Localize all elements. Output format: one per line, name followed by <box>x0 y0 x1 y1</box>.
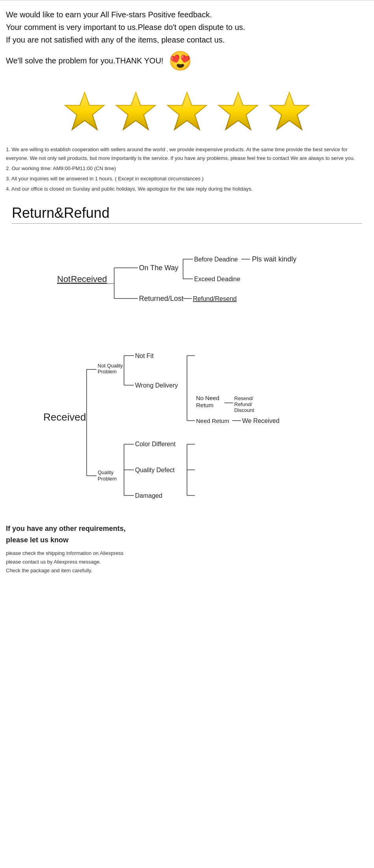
intro-line1: We would like to earn your All Five-star… <box>6 8 368 21</box>
pls-wait-label: Pls wait kindly <box>252 255 296 263</box>
not-received-svg: Not Received On The Way Before Deadine P… <box>49 239 325 318</box>
svg-marker-3 <box>219 92 258 130</box>
footer-bold1: If you have any other requirements, <box>6 523 368 534</box>
info-item2: 2. Our working time: AM9:00-PM11:00 (CN … <box>6 164 368 173</box>
stars-row <box>0 78 374 141</box>
footer-bold2: please let us know <box>6 534 368 546</box>
refund-resend-label: Refund/Resend <box>193 295 237 302</box>
return-refund-title: Return&Refund <box>6 199 368 223</box>
received-diagram: Received Not Quality Problem Not Fit Wro… <box>0 330 374 515</box>
no-need-return-label2: Retum <box>196 402 213 408</box>
wrong-delivery-label: Wrong Delivery <box>135 382 178 389</box>
star-4 <box>217 90 260 134</box>
intro-line2: Your comment is very important to us.Ple… <box>6 21 368 33</box>
emoji-face: 😍 <box>168 46 192 76</box>
not-fit-label: Not Fit <box>135 352 154 359</box>
footer-small3: Check the package and item carefully. <box>6 566 368 575</box>
section-divider <box>12 223 362 224</box>
quality-defect-label: Quality Defect <box>135 467 175 473</box>
star-1 <box>63 90 106 134</box>
top-divider <box>0 0 374 0</box>
quality-problem-label2: Problem <box>98 476 117 482</box>
footer-small1: please check the shipping information on… <box>6 549 368 558</box>
no-need-return-label: No Need <box>196 395 219 401</box>
quality-problem-label: Quality <box>98 469 114 475</box>
not-quality-label2: Problem <box>98 369 117 375</box>
returned-lost-label: Returned/Lost <box>139 295 183 302</box>
svg-marker-4 <box>270 92 309 130</box>
received-svg: Received Not Quality Problem Not Fit Wro… <box>39 334 335 503</box>
intro-line4: We'll solve the problem for you.THANK YO… <box>6 46 368 76</box>
svg-marker-1 <box>117 92 156 130</box>
not-label: Not <box>57 274 70 284</box>
svg-marker-2 <box>168 92 207 130</box>
info-item1: 1. We are willing to establish cooperati… <box>6 145 368 163</box>
footer-section: If you have any other requirements, plea… <box>0 515 374 579</box>
footer-small2: please contact us by Aliexpress message. <box>6 558 368 566</box>
not-quality-label: Not Quality <box>98 363 123 369</box>
not-received-diagram: Not Received On The Way Before Deadine P… <box>0 236 374 330</box>
color-different-label: Color Different <box>135 441 176 447</box>
need-return-label: Need Retum <box>196 417 229 424</box>
received-main-label: Received <box>43 411 86 423</box>
star-2 <box>114 90 157 134</box>
info-item4: 4. And our office is closed on Sunday an… <box>6 185 368 193</box>
intro-line3: If you are not satisfied with any of the… <box>6 33 368 46</box>
svg-marker-0 <box>65 92 104 130</box>
resend-refund-discount-label3: Discount <box>234 407 254 413</box>
intro-section: We would like to earn your All Five-star… <box>0 4 374 78</box>
resend-refund-discount-label2: Refund/ <box>234 401 252 407</box>
exceed-deadline-label: Exceed Deadine <box>194 276 241 282</box>
we-received-label: We Received <box>242 417 280 424</box>
star-5 <box>268 90 311 134</box>
star-3 <box>165 90 209 134</box>
info-item3: 3. All your inquiries will be answered i… <box>6 174 368 183</box>
info-section: 1. We are willing to establish cooperati… <box>0 141 374 199</box>
before-deadline-label: Before Deadine <box>194 256 238 263</box>
damaged-label: Damaged <box>135 492 162 499</box>
resend-refund-discount-label: Resend/ <box>234 395 254 401</box>
on-the-way-label: On The Way <box>139 264 178 272</box>
received-label: Received <box>71 274 107 284</box>
